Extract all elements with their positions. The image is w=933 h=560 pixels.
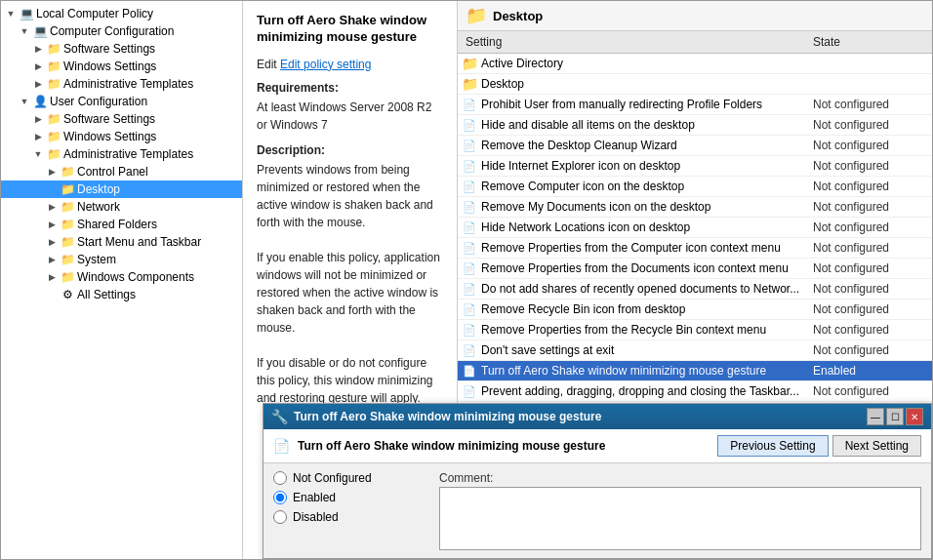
next-setting-button[interactable]: Next Setting	[832, 435, 921, 457]
row-setting-hide-network: 📄Hide Network Locations icon on desktop	[458, 218, 805, 237]
tree-item-software-settings-uc[interactable]: 📁Software Settings	[1, 110, 242, 128]
tree-item-software-settings-cc[interactable]: 📁Software Settings	[1, 40, 242, 58]
tree-label-all-settings: All Settings	[77, 288, 242, 301]
row-setting-hide-all-items: 📄Hide and disable all items on the deskt…	[458, 115, 805, 135]
tree-label-software-settings-cc: Software Settings	[63, 42, 242, 56]
row-icon-policy: 📄	[462, 117, 477, 133]
tree-label-admin-templates-cc: Administrative Templates	[63, 77, 242, 91]
table-row-dont-save-settings[interactable]: 📄Don't save settings at exitNot configur…	[458, 340, 932, 361]
row-state-dont-save-settings: Not configured	[805, 341, 932, 359]
tree-item-desktop[interactable]: 📁Desktop	[1, 180, 242, 198]
tree-item-shared-folders[interactable]: 📁Shared Folders	[1, 216, 242, 233]
tree-label-user-config: User Configuration	[50, 95, 242, 108]
tree-item-local-computer-policy[interactable]: 💻Local Computer Policy	[1, 5, 242, 22]
row-state-remove-recycle: Not configured	[805, 300, 932, 318]
row-setting-remove-mydocs: 📄Remove My Documents icon on the desktop	[458, 197, 805, 217]
table-row-remove-recycle[interactable]: 📄Remove Recycle Bin icon from desktopNot…	[458, 300, 932, 320]
dialog-subtitle-bar: 📄 Turn off Aero Shake window minimizing …	[264, 429, 931, 463]
tree-item-start-menu-taskbar[interactable]: 📁Start Menu and Taskbar	[1, 233, 242, 251]
tree-arrow-computer-config	[19, 25, 30, 37]
table-row-remove-props-docs[interactable]: 📄Remove Properties from the Documents ic…	[458, 259, 932, 279]
tree-item-user-config[interactable]: 👤User Configuration	[1, 93, 242, 110]
table-row-hide-ie[interactable]: 📄Hide Internet Explorer icon on desktopN…	[458, 156, 932, 177]
table-row-prohibit-redirect[interactable]: 📄Prohibit User from manually redirecting…	[458, 95, 932, 115]
tree-arrow-admin-templates-cc	[32, 78, 44, 90]
col-state-header[interactable]: State	[805, 31, 932, 53]
row-setting-aero-shake: 📄Turn off Aero Shake window minimizing m…	[458, 361, 805, 380]
policy-dialog: 🔧 Turn off Aero Shake window minimizing …	[263, 403, 932, 559]
tree-label-local-computer-policy: Local Computer Policy	[36, 7, 242, 20]
requirements-text: At least Windows Server 2008 R2 or Windo…	[257, 99, 443, 134]
row-state-remove-props-recycle: Not configured	[805, 321, 932, 339]
tree-item-network[interactable]: 📁Network	[1, 198, 242, 216]
tree-arrow-local-computer-policy	[5, 8, 17, 20]
table-row-remove-props-recycle[interactable]: 📄Remove Properties from the Recycle Bin …	[458, 320, 932, 340]
dialog-title: Turn off Aero Shake window minimizing mo…	[294, 410, 861, 423]
tree-icon-folder: 📁	[60, 269, 75, 285]
tree-icon-folder: 📁	[46, 129, 61, 144]
requirements-label: Requirements:	[257, 81, 443, 95]
row-icon-policy: 📄	[462, 342, 477, 358]
radio-not-configured[interactable]: Not Configured	[273, 471, 429, 485]
tree-item-admin-templates-cc[interactable]: 📁Administrative Templates	[1, 75, 242, 93]
tree-item-admin-templates-uc[interactable]: 📁Administrative Templates	[1, 145, 242, 163]
tree-label-software-settings-uc: Software Settings	[63, 112, 242, 126]
tree-item-windows-settings-uc[interactable]: 📁Windows Settings	[1, 128, 242, 145]
tree-label-system: System	[77, 253, 242, 266]
row-icon-policy: 📄	[462, 179, 477, 194]
row-setting-remove-props-docs: 📄Remove Properties from the Documents ic…	[458, 259, 805, 278]
table-row-prevent-taskbar[interactable]: 📄Prevent adding, dragging, dropping and …	[458, 381, 932, 402]
main-window: 💻Local Computer Policy💻Computer Configur…	[0, 0, 933, 560]
radio-disabled[interactable]: Disabled	[273, 510, 429, 524]
table-row-hide-all-items[interactable]: 📄Hide and disable all items on the deskt…	[458, 115, 932, 136]
row-label-active-directory: Active Directory	[481, 57, 563, 70]
table-row-remove-cleanup[interactable]: 📄Remove the Desktop Cleanup WizardNot co…	[458, 136, 932, 156]
description-label: Description:	[257, 143, 443, 157]
col-setting-header[interactable]: Setting	[458, 31, 805, 53]
comment-textarea[interactable]	[439, 487, 921, 550]
description-text: Prevents windows from being minimized or…	[257, 161, 443, 407]
row-icon-policy: 📄	[462, 383, 477, 399]
row-label-prohibit-redirect: Prohibit User from manually redirecting …	[481, 98, 762, 111]
row-label-prevent-taskbar: Prevent adding, dragging, dropping and c…	[481, 384, 799, 398]
tree-item-windows-settings-cc[interactable]: 📁Windows Settings	[1, 58, 242, 75]
tree-label-windows-settings-uc: Windows Settings	[63, 130, 242, 143]
dialog-overlay: 🔧 Turn off Aero Shake window minimizing …	[243, 403, 932, 559]
maximize-button[interactable]: ☐	[886, 408, 904, 425]
previous-setting-button[interactable]: Previous Setting	[717, 435, 828, 457]
tree-item-windows-components[interactable]: 📁Windows Components	[1, 268, 242, 286]
tree-item-all-settings[interactable]: ⚙All Settings	[1, 286, 242, 303]
tree-item-system[interactable]: 📁System	[1, 251, 242, 268]
table-row-hide-network[interactable]: 📄Hide Network Locations icon on desktopN…	[458, 218, 932, 238]
tree-item-computer-config[interactable]: 💻Computer Configuration	[1, 22, 242, 40]
row-setting-hide-ie: 📄Hide Internet Explorer icon on desktop	[458, 156, 805, 176]
tree-label-shared-folders: Shared Folders	[77, 218, 242, 231]
row-state-prohibit-redirect: Not configured	[805, 96, 932, 113]
close-button[interactable]: ✕	[906, 408, 923, 425]
tree-arrow-software-settings-uc	[32, 113, 44, 125]
row-icon-policy: 📄	[462, 240, 477, 256]
row-state-active-directory	[805, 61, 932, 65]
table-row-desktop-folder[interactable]: 📁Desktop	[458, 74, 932, 95]
row-icon-policy: 📄	[462, 301, 477, 317]
row-state-remove-mydocs: Not configured	[805, 198, 932, 216]
minimize-button[interactable]: —	[867, 408, 884, 425]
row-label-desktop-folder: Desktop	[481, 77, 524, 91]
tree-arrow-software-settings-cc	[32, 43, 44, 55]
edit-link[interactable]: Edit Edit policy setting	[257, 58, 443, 71]
table-row-remove-computer[interactable]: 📄Remove Computer icon on the desktopNot …	[458, 177, 932, 197]
table-row-remove-mydocs[interactable]: 📄Remove My Documents icon on the desktop…	[458, 197, 932, 218]
table-row-do-not-add-shares[interactable]: 📄Do not add shares of recently opened do…	[458, 279, 932, 300]
table-row-aero-shake[interactable]: 📄Turn off Aero Shake window minimizing m…	[458, 361, 932, 381]
table-row-active-directory[interactable]: 📁Active Directory	[458, 54, 932, 74]
tree-label-computer-config: Computer Configuration	[50, 24, 242, 38]
folder-header: 📁 Desktop	[458, 1, 932, 31]
tree-icon-computer: 💻	[19, 6, 34, 21]
row-label-remove-props-docs: Remove Properties from the Documents ico…	[481, 261, 789, 275]
folder-icon: 📁	[466, 5, 487, 26]
tree-item-control-panel[interactable]: 📁Control Panel	[1, 163, 242, 180]
table-row-remove-props-computer[interactable]: 📄Remove Properties from the Computer ico…	[458, 238, 932, 259]
dialog-subtitle-icon: 📄	[273, 438, 290, 454]
row-label-remove-mydocs: Remove My Documents icon on the desktop	[481, 200, 710, 214]
radio-enabled[interactable]: Enabled	[273, 491, 429, 504]
